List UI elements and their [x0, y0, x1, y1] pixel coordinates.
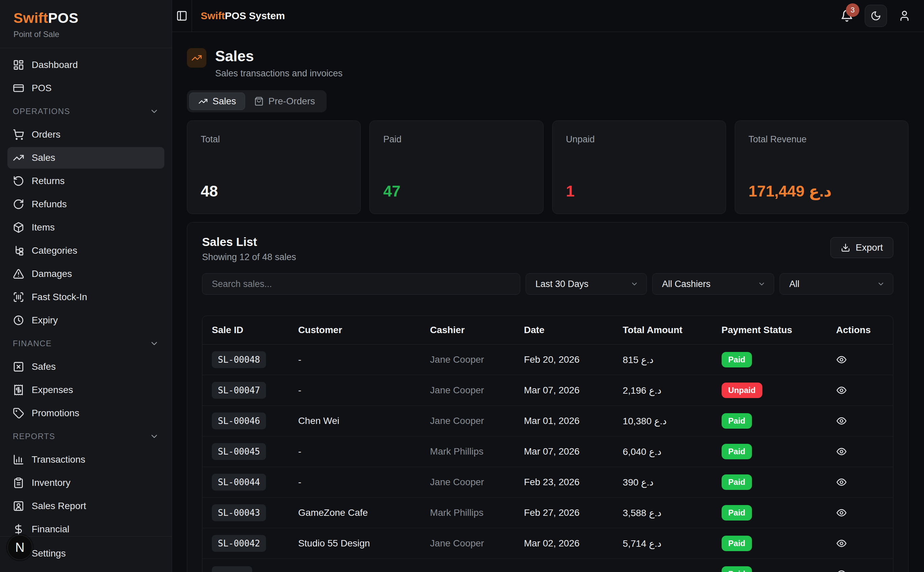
view-sale-button[interactable] [836, 385, 847, 396]
sidebar-item-label: Settings [32, 548, 65, 559]
tab-sales[interactable]: Sales [189, 93, 245, 110]
trending-up-icon [191, 53, 202, 63]
cell-amount: 3,588 د.ع [613, 497, 712, 528]
sidebar-section-reports[interactable]: REPORTS [8, 426, 164, 447]
sidebar-item-categories[interactable]: Categories [8, 240, 164, 261]
sidebar-item-inventory[interactable]: Inventory [8, 472, 164, 494]
sidebar-item-promotions[interactable]: Promotions [8, 403, 164, 424]
export-button[interactable]: Export [831, 237, 893, 258]
sidebar-item-label: Sales Report [32, 500, 86, 511]
cell-actions [827, 437, 893, 467]
cart-icon [13, 129, 24, 140]
sidebar-section-operations[interactable]: OPERATIONS [8, 101, 164, 122]
sidebar-item-expenses[interactable]: Expenses [8, 379, 164, 401]
view-sale-button[interactable] [836, 569, 847, 572]
sidebar-item-orders[interactable]: Orders [8, 124, 164, 145]
view-sale-button[interactable] [836, 446, 847, 457]
cell-customer: GameZone Cafe [288, 497, 421, 528]
cell-amount [613, 559, 712, 572]
stat-value: 1 [566, 182, 712, 200]
stat-value: 171,449 د.ع [749, 182, 895, 200]
view-sale-button[interactable] [836, 538, 847, 549]
sidebar-item-refunds[interactable]: Refunds [8, 193, 164, 215]
cell-amount: 2,196 د.ع [613, 375, 712, 406]
scan-barcode-icon [13, 291, 24, 303]
status-select[interactable]: All [779, 273, 893, 295]
tab-label: Sales [212, 96, 236, 107]
sales-table: Sale IDCustomerCashierDateTotal AmountPa… [202, 316, 893, 572]
notification-count-badge: 3 [846, 3, 859, 17]
view-sale-button[interactable] [836, 415, 847, 426]
chevron-down-icon [150, 339, 159, 348]
sidebar-item-financial[interactable]: Financial [8, 519, 164, 536]
eye-icon [836, 507, 847, 518]
brand-accent: Swift [14, 10, 48, 26]
sale-id-chip: SL-00046 [212, 412, 266, 429]
sidebar-item-label: Returns [32, 176, 65, 187]
cell-customer: - [288, 345, 421, 375]
sidebar-item-expiry[interactable]: Expiry [8, 309, 164, 331]
cashier-select[interactable]: All Cashiers [652, 273, 774, 295]
sidebar-item-damages[interactable]: Damages [8, 263, 164, 284]
sidebar-item-sales-report[interactable]: Sales Report [8, 495, 164, 517]
sidebar-item-pos[interactable]: POS [8, 78, 164, 99]
sidebar-item-fast-stock-in[interactable]: Fast Stock-In [8, 286, 164, 308]
sidebar-item-transactions[interactable]: Transactions [8, 449, 164, 470]
view-sale-button[interactable] [836, 507, 847, 518]
sidebar-toggle-button[interactable] [172, 0, 192, 32]
cell-status: Paid [712, 406, 827, 436]
view-sale-button[interactable] [836, 477, 847, 488]
cell-amount: 10,380 د.ع [613, 406, 712, 436]
cell-actions [827, 497, 893, 528]
topbar-title: SwiftPOS System [192, 0, 285, 32]
notifications-button[interactable]: 3 [840, 9, 853, 22]
table-row: SL-00043GameZone CafeMark PhillipsFeb 27… [203, 497, 893, 528]
shopping-bag-icon [254, 96, 264, 106]
table-row: SL-00046Chen WeiJane CooperMar 01, 20261… [203, 406, 893, 437]
cell-cashier: Mark Phillips [421, 497, 514, 528]
payment-status-badge: Paid [721, 474, 752, 490]
safe-icon [13, 361, 24, 373]
table-row: Paid [203, 559, 893, 572]
dev-tools-badge[interactable]: N [8, 535, 32, 560]
cell-amount: 390 د.ع [613, 467, 712, 497]
sidebar-item-dashboard[interactable]: Dashboard [8, 54, 164, 76]
sales-list-header: Sales List Showing 12 of 48 sales Export [202, 235, 893, 263]
page-subtitle: Sales transactions and invoices [215, 68, 343, 79]
tab-pre-orders[interactable]: Pre-Orders [245, 93, 324, 110]
cell-cashier: Mark Phillips [421, 437, 514, 467]
chevron-down-icon [630, 280, 639, 288]
sidebar-item-label: Sales [32, 152, 55, 163]
view-sale-button[interactable] [836, 354, 847, 365]
sidebar-item-safes[interactable]: Safes [8, 356, 164, 378]
export-button-label: Export [855, 242, 883, 253]
status-select-value: All [789, 279, 799, 289]
user-menu-button[interactable] [898, 10, 910, 22]
search-input[interactable] [202, 273, 520, 295]
sale-id-chip: SL-00043 [212, 504, 266, 521]
column-header-payment-status: Payment Status [712, 316, 827, 344]
trending-up-icon [198, 96, 208, 106]
cell-sale-id: SL-00042 [203, 528, 288, 558]
sidebar-item-items[interactable]: Items [8, 217, 164, 238]
sidebar-section-label: OPERATIONS [13, 107, 70, 116]
cell-date: Feb 20, 2026 [514, 345, 613, 375]
cell-cashier: Jane Cooper [421, 406, 514, 436]
filters-row: Last 30 Days All Cashiers All [202, 273, 893, 295]
stat-card-total-revenue: Total Revenue171,449 د.ع [735, 120, 908, 214]
sidebar-item-returns[interactable]: Returns [8, 170, 164, 192]
page-icon-box [187, 48, 206, 68]
cell-customer: Chen Wei [288, 406, 421, 436]
theme-toggle-button[interactable] [865, 5, 887, 27]
user-icon [898, 10, 910, 22]
cell-customer: - [288, 437, 421, 467]
sidebar-section-finance[interactable]: FINANCE [8, 333, 164, 354]
sidebar-nav: DashboardPOSOPERATIONSOrdersSalesReturns… [0, 48, 172, 536]
sidebar-item-label: Expiry [32, 315, 58, 326]
cell-amount: 815 د.ع [613, 345, 712, 375]
sidebar-item-sales[interactable]: Sales [8, 147, 164, 169]
date-range-select[interactable]: Last 30 Days [526, 273, 647, 295]
table-row: SL-00044-Jane CooperFeb 23, 2026390 د.عP… [203, 467, 893, 497]
cell-cashier: Jane Cooper [421, 345, 514, 375]
sidebar-item-label: POS [32, 83, 51, 93]
